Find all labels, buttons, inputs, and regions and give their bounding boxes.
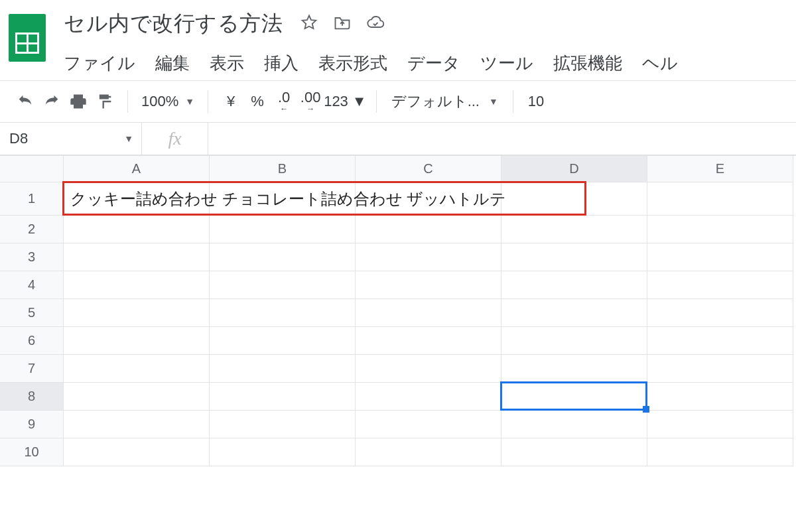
column-header-c[interactable]: C xyxy=(356,156,501,182)
format-percent-button[interactable]: % xyxy=(244,88,271,115)
cell-a9[interactable] xyxy=(64,411,210,438)
row-header-1[interactable]: 1 xyxy=(0,182,64,216)
cell-d6[interactable] xyxy=(501,327,647,355)
name-box[interactable]: D8 ▼ xyxy=(0,123,142,155)
cell-c7[interactable] xyxy=(356,355,501,383)
cell-a4[interactable] xyxy=(64,271,210,299)
cell-b7[interactable] xyxy=(210,355,356,383)
cell-c9[interactable] xyxy=(356,411,501,438)
fill-handle[interactable] xyxy=(643,406,649,413)
menu-tools[interactable]: ツール xyxy=(480,52,533,75)
menu-view[interactable]: 表示 xyxy=(210,52,244,75)
cell-c5[interactable] xyxy=(356,299,501,327)
undo-button[interactable] xyxy=(12,88,38,115)
menu-file[interactable]: ファイル xyxy=(64,52,135,75)
cell-c2[interactable] xyxy=(356,216,501,243)
cell-b2[interactable] xyxy=(210,216,356,243)
menu-format[interactable]: 表示形式 xyxy=(318,52,387,75)
cell-e1[interactable] xyxy=(647,182,793,216)
select-all-corner[interactable] xyxy=(0,156,64,182)
cell-d10[interactable] xyxy=(501,438,647,466)
row-header-6[interactable]: 6 xyxy=(0,327,64,355)
redo-button[interactable] xyxy=(38,88,65,115)
cell-a10[interactable] xyxy=(64,438,210,466)
cell-d1[interactable] xyxy=(501,182,647,216)
cell-e8[interactable] xyxy=(647,383,793,411)
font-selector[interactable]: デフォルト... ▼ xyxy=(386,92,503,111)
cell-d9[interactable] xyxy=(501,411,647,438)
column-header-a[interactable]: A xyxy=(64,156,210,182)
decrease-decimal-button[interactable]: .0← xyxy=(271,88,297,115)
font-size-value: 10 xyxy=(528,93,544,110)
row-header-4[interactable]: 4 xyxy=(0,271,64,299)
cell-c4[interactable] xyxy=(356,271,501,299)
row-header-2[interactable]: 2 xyxy=(0,216,64,243)
active-cell-outline xyxy=(500,381,647,411)
menu-insert[interactable]: 挿入 xyxy=(264,52,298,75)
cell-b3[interactable] xyxy=(210,243,356,271)
cell-d7[interactable] xyxy=(501,355,647,383)
cell-a1-content: クッキー詰め合わせ チョコレート詰め合わせ ザッハトルテ xyxy=(70,182,506,215)
menu-help[interactable]: ヘル xyxy=(642,52,678,75)
cell-a8[interactable] xyxy=(64,383,210,411)
cell-e9[interactable] xyxy=(647,411,793,438)
cell-b6[interactable] xyxy=(210,327,356,355)
cell-b9[interactable] xyxy=(210,411,356,438)
document-title[interactable]: セル内で改行する方法 xyxy=(64,9,283,38)
cell-b5[interactable] xyxy=(210,299,356,327)
cell-d5[interactable] xyxy=(501,299,647,327)
cell-c6[interactable] xyxy=(356,327,501,355)
column-header-e[interactable]: E xyxy=(647,156,793,182)
row-header-8[interactable]: 8 xyxy=(0,383,64,411)
cloud-saved-icon[interactable] xyxy=(366,13,385,34)
format-currency-button[interactable]: ¥ xyxy=(218,88,244,115)
font-size-selector[interactable]: 10 xyxy=(523,93,557,110)
zoom-selector[interactable]: 100% ▼ xyxy=(137,93,198,110)
menu-extensions[interactable]: 拡張機能 xyxy=(553,52,622,75)
cell-e3[interactable] xyxy=(647,243,793,271)
star-icon[interactable] xyxy=(300,13,318,34)
cell-e6[interactable] xyxy=(647,327,793,355)
cell-a3[interactable] xyxy=(64,243,210,271)
formula-fx-label: fx xyxy=(142,123,208,155)
increase-decimal-button[interactable]: .00→ xyxy=(297,88,324,115)
menu-data[interactable]: データ xyxy=(407,52,460,75)
move-to-drive-icon[interactable] xyxy=(333,13,352,34)
row-header-7[interactable]: 7 xyxy=(0,355,64,383)
cell-e4[interactable] xyxy=(647,271,793,299)
more-formats-button[interactable]: 123▼ xyxy=(324,88,367,115)
app-logo[interactable] xyxy=(4,8,50,68)
cell-e7[interactable] xyxy=(647,355,793,383)
font-name: デフォルト... xyxy=(391,92,480,111)
column-header-d[interactable]: D xyxy=(501,156,647,182)
cell-a7[interactable] xyxy=(64,355,210,383)
row-header-9[interactable]: 9 xyxy=(0,411,64,438)
cell-c8[interactable] xyxy=(356,383,501,411)
row-header-10[interactable]: 10 xyxy=(0,438,64,466)
cell-c3[interactable] xyxy=(356,243,501,271)
chevron-down-icon: ▼ xyxy=(185,96,194,107)
chevron-down-icon: ▼ xyxy=(124,133,133,144)
cell-d2[interactable] xyxy=(501,216,647,243)
cell-b10[interactable] xyxy=(210,438,356,466)
cell-a6[interactable] xyxy=(64,327,210,355)
cell-a5[interactable] xyxy=(64,299,210,327)
chevron-down-icon: ▼ xyxy=(489,96,498,107)
cell-b8[interactable] xyxy=(210,383,356,411)
cell-e10[interactable] xyxy=(647,438,793,466)
column-header-b[interactable]: B xyxy=(210,156,356,182)
cell-b4[interactable] xyxy=(210,271,356,299)
cell-d3[interactable] xyxy=(501,243,647,271)
cell-c10[interactable] xyxy=(356,438,501,466)
row-header-3[interactable]: 3 xyxy=(0,243,64,271)
cell-e2[interactable] xyxy=(647,216,793,243)
print-button[interactable] xyxy=(65,88,92,115)
cell-a1[interactable]: クッキー詰め合わせ チョコレート詰め合わせ ザッハトルテ xyxy=(64,182,210,216)
paint-format-button[interactable] xyxy=(92,88,118,115)
cell-e5[interactable] xyxy=(647,299,793,327)
cell-a2[interactable] xyxy=(64,216,210,243)
name-box-value: D8 xyxy=(9,130,28,147)
row-header-5[interactable]: 5 xyxy=(0,299,64,327)
menu-edit[interactable]: 編集 xyxy=(155,52,190,75)
cell-d4[interactable] xyxy=(501,271,647,299)
